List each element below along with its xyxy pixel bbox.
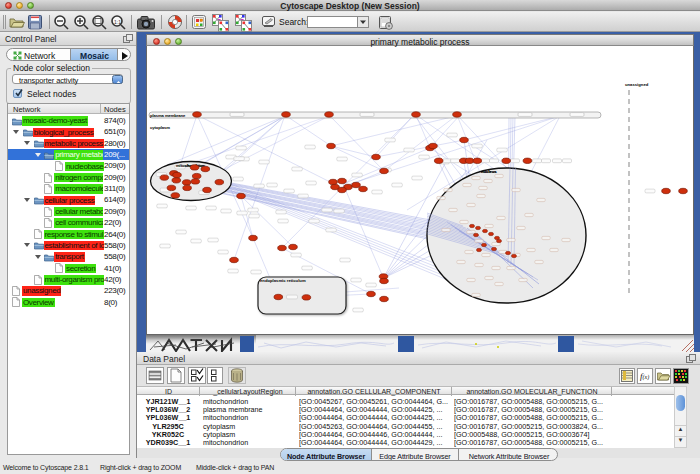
svg-text:unassigned: unassigned: [625, 82, 649, 87]
svg-text:1:1: 1:1: [114, 19, 121, 25]
svg-text:plasma membrane: plasma membrane: [150, 113, 186, 118]
svg-text:endoplasmic reticulum: endoplasmic reticulum: [260, 278, 306, 283]
svg-text:nucleus: nucleus: [481, 169, 497, 174]
svg-text:Search:: Search:: [279, 17, 308, 27]
svg-text:cytoplasm: cytoplasm: [150, 125, 170, 130]
